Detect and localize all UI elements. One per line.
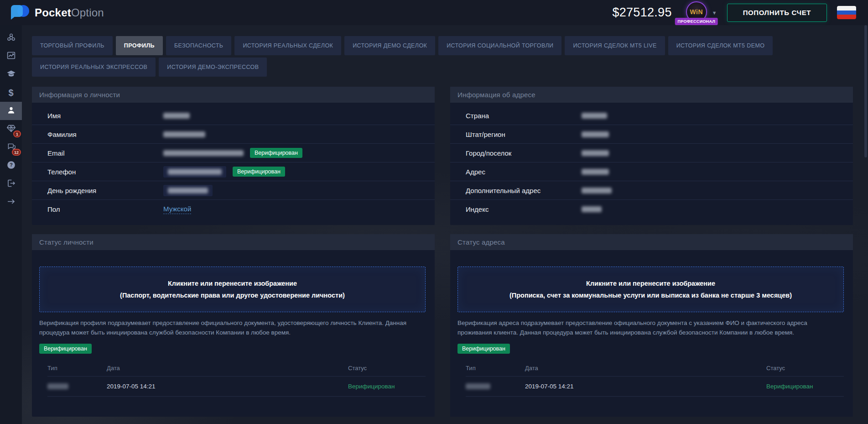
row-label: Телефон [47, 168, 163, 176]
sidebar-item-help[interactable]: ? [0, 157, 22, 175]
row-address-extra: Дополнительный адрес [450, 181, 853, 200]
masked-value [582, 150, 609, 156]
language-flag-russia[interactable] [837, 6, 856, 19]
dollar-icon: $ [8, 88, 13, 98]
row-gender: Пол Мужской [32, 200, 435, 219]
address-documents-table: Тип Дата Статус 2019-07-05 14:21 Верифиц… [457, 362, 844, 397]
left-sidebar: $ 1 12 ? [0, 25, 22, 424]
row-country: Страна [450, 106, 853, 125]
address-upload-dropzone[interactable]: Кликните или перенесите изображение (Про… [457, 267, 844, 312]
row-label: Адрес [466, 168, 582, 176]
page-scrollbar[interactable] [864, 25, 867, 424]
sidebar-item-finance[interactable]: $ [0, 84, 22, 102]
identity-status-title: Статус личности [32, 234, 435, 250]
brand-name: PocketOption [35, 6, 104, 19]
row-address: Адрес [450, 162, 853, 181]
col-type: Тип [47, 365, 107, 372]
identity-status-panel: Статус личности Кликните или перенесите … [32, 234, 435, 417]
personal-info-panel: Информация о личности Имя Фамилия Email [32, 87, 435, 225]
row-zip: Индекс [450, 200, 853, 219]
tab-mt5-live-history[interactable]: ИСТОРИЯ СДЕЛОК MT5 LIVE [565, 36, 665, 55]
sidebar-item-profile[interactable] [0, 102, 22, 120]
sidebar-item-chat[interactable]: 12 [0, 138, 22, 157]
verified-badge: Верифицирован [233, 167, 285, 177]
row-birthday: День рождения [32, 181, 435, 200]
row-email: Email Верифицирован [32, 144, 435, 162]
masked-phone-box [163, 166, 226, 178]
help-icon: ? [6, 160, 16, 172]
tab-security[interactable]: БЕЗОПАСНОСТЬ [166, 36, 231, 55]
row-label: Дополнительный адрес [466, 187, 582, 194]
logout-icon [6, 178, 16, 190]
address-info-title: Информация об адресе [450, 87, 853, 103]
sidebar-item-trading[interactable] [0, 47, 22, 65]
main-content: ТОРГОВЫЙ ПРОФИЛЬ ПРОФИЛЬ БЕЗОПАСНОСТЬ ИС… [22, 25, 868, 424]
address-info-panel: Информация об адресе Страна Штат/регион … [450, 87, 853, 225]
network-icon [6, 32, 16, 44]
col-date: Дата [525, 365, 766, 372]
table-row: 2019-07-05 14:21 Верифицирован [47, 377, 426, 397]
row-state: Штат/регион [450, 125, 853, 144]
address-verification-description: Верификация адреса подразумевает предост… [457, 319, 844, 338]
sidebar-item-achievements[interactable]: 1 [0, 120, 22, 138]
profile-person-icon [6, 105, 16, 117]
profile-tabs: ТОРГОВЫЙ ПРОФИЛЬ ПРОФИЛЬ БЕЗОПАСНОСТЬ ИС… [32, 36, 853, 77]
row-label: Штат/регион [466, 131, 582, 138]
masked-doc-type [47, 383, 68, 389]
row-label: Город/поселок [466, 149, 582, 157]
sidebar-item-network[interactable] [0, 29, 22, 47]
chart-line-icon [6, 51, 16, 62]
arrow-right-icon [6, 197, 16, 208]
brand-name-light: Option [71, 6, 104, 19]
dropzone-text-line2: (Прописка, счет за коммунальные услуги и… [509, 290, 792, 300]
address-status-panel: Статус адреса Кликните или перенесите из… [450, 234, 853, 417]
col-status: Статус [766, 365, 844, 372]
tab-profile[interactable]: ПРОФИЛЬ [116, 36, 163, 55]
dropzone-text-line1: Кликните или перенесите изображение [168, 278, 297, 288]
graduation-cap-icon [6, 69, 16, 80]
identity-verification-description: Верификация профиля подразумевает предос… [39, 319, 426, 338]
tab-demo-trades-history[interactable]: ИСТОРИЯ ДЕМО СДЕЛОК [344, 36, 435, 55]
address-status-badge: Верифицирован [457, 344, 510, 354]
masked-doc-type [466, 383, 490, 389]
chevron-down-icon[interactable]: ▼ [712, 10, 717, 16]
identity-documents-table: Тип Дата Статус 2019-07-05 14:21 Верифиц… [39, 362, 426, 397]
account-balance: $27512.95 [612, 5, 671, 20]
verified-badge: Верифицирован [250, 148, 302, 158]
doc-date: 2019-07-05 14:21 [525, 383, 766, 390]
masked-value [582, 169, 609, 175]
tab-demo-express-history[interactable]: ИСТОРИЯ ДЕМО-ЭКСПРЕССОВ [159, 58, 267, 77]
masked-value [582, 188, 612, 194]
dropzone-text-line2: (Паспорт, водительские права или другое … [120, 290, 345, 300]
table-row: 2019-07-05 14:21 Верифицирован [466, 377, 844, 397]
sidebar-item-collapse[interactable] [0, 193, 22, 211]
doc-date: 2019-07-05 14:21 [107, 383, 348, 390]
account-level-badge[interactable]: WiN ПРОФЕССИОНАЛ [682, 1, 711, 24]
row-label: Email [47, 149, 163, 157]
doc-status: Верифицирован [348, 383, 426, 390]
col-type: Тип [466, 365, 525, 372]
address-status-title: Статус адреса [450, 234, 853, 250]
masked-value [163, 131, 205, 137]
row-label: Страна [466, 112, 582, 120]
masked-value [582, 131, 609, 137]
top-bar: PocketOption $27512.95 WiN ПРОФЕССИОНАЛ … [0, 0, 868, 25]
tab-mt5-demo-history[interactable]: ИСТОРИЯ СДЕЛОК MT5 DEMO [668, 36, 773, 55]
tab-trading-profile[interactable]: ТОРГОВЫЙ ПРОФИЛЬ [32, 36, 113, 55]
sidebar-item-education[interactable] [0, 65, 22, 84]
tab-social-trading-history[interactable]: ИСТОРИЯ СОЦИАЛЬНОЙ ТОРГОВЛИ [438, 36, 561, 55]
scrollbar-thumb[interactable] [864, 25, 867, 157]
row-label: Индекс [466, 205, 582, 213]
chat-count-badge: 12 [12, 149, 21, 156]
brand-logo[interactable]: PocketOption [11, 5, 104, 21]
tab-real-express-history[interactable]: ИСТОРИЯ РЕАЛЬНЫХ ЭКСПРЕССОВ [32, 58, 156, 77]
sidebar-item-logout[interactable] [0, 175, 22, 193]
masked-value [163, 113, 190, 119]
identity-upload-dropzone[interactable]: Кликните или перенесите изображение (Пас… [39, 267, 426, 312]
tab-real-trades-history[interactable]: ИСТОРИЯ РЕАЛЬНЫХ СДЕЛОК [234, 36, 341, 55]
row-label: Фамилия [47, 131, 163, 138]
row-city: Город/поселок [450, 144, 853, 162]
gender-value-link[interactable]: Мужской [163, 205, 191, 214]
deposit-button[interactable]: ПОПОЛНИТЬ СЧЕТ [727, 4, 827, 22]
row-label: Имя [47, 112, 163, 120]
